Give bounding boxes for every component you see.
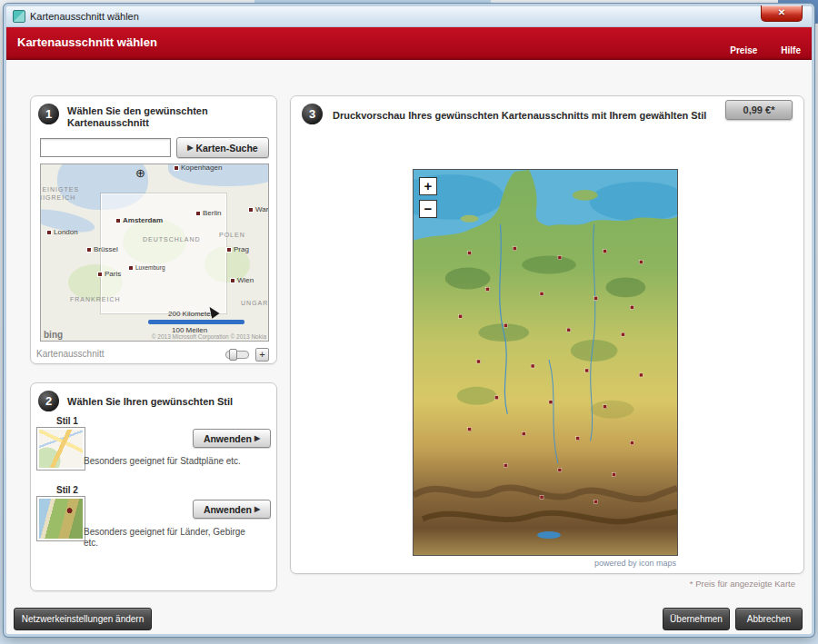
dialog-window: Kartenausschnitt wählen ✕ Kartenausschni… bbox=[4, 4, 814, 637]
powered-by-label: powered by icon maps bbox=[594, 559, 676, 568]
map-scale-bar bbox=[148, 320, 244, 324]
style2-thumbnail[interactable] bbox=[36, 496, 85, 541]
play-arrow-icon: ▶ bbox=[254, 505, 260, 513]
map-app-icon bbox=[13, 10, 25, 23]
minimap-city-label: London bbox=[46, 228, 78, 236]
price-footnote: * Preis für angezeigte Karte bbox=[690, 579, 795, 589]
close-window-button[interactable]: ✕ bbox=[761, 5, 803, 22]
minimap-region-label: DEUTSCHLAND bbox=[143, 236, 201, 243]
apply-button[interactable]: Übernehmen bbox=[663, 608, 730, 630]
step3-panel: 3 Druckvorschau Ihres gewünschten Karten… bbox=[290, 95, 804, 574]
style1-apply-label: Anwenden bbox=[204, 433, 252, 444]
play-arrow-icon: ▶ bbox=[254, 434, 260, 442]
bing-logo: bing bbox=[44, 330, 63, 340]
minimap-city-label: Brüssel bbox=[86, 245, 118, 253]
minimap-city-label: Amsterdam bbox=[115, 216, 163, 224]
link-hilfe[interactable]: Hilfe bbox=[781, 45, 801, 55]
header-nav: Preise Hilfe bbox=[730, 45, 801, 55]
crosshair-icon: ⊕ bbox=[135, 166, 145, 180]
minimap-city-label: Luxemburg bbox=[128, 264, 165, 271]
overview-minimap[interactable]: Kopenhagen VEREINIGTES KÖNIGREICH London… bbox=[40, 163, 269, 342]
minimap-city-label: Paris bbox=[97, 270, 121, 278]
step1-number-badge: 1 bbox=[38, 104, 59, 124]
map-copyright: © 2013 Microsoft Corporation © 2013 Noki… bbox=[152, 333, 266, 340]
step1-title: Wählen Sie den gewünschten Kartenausschn… bbox=[67, 105, 258, 129]
page-title: Kartenausschnitt wählen bbox=[17, 35, 157, 49]
minimap-city-label: Prag bbox=[226, 245, 249, 253]
map-search-button[interactable]: ▶ Karten-Suche bbox=[176, 137, 269, 158]
play-arrow-icon: ▶ bbox=[187, 144, 193, 152]
preview-zoom-in-button[interactable]: + bbox=[419, 177, 437, 195]
price-badge: 0,99 €* bbox=[725, 100, 793, 120]
minimap-footer-label: Kartenausschnitt bbox=[36, 349, 105, 359]
style2-apply-label: Anwenden bbox=[204, 504, 252, 515]
step2-number-badge: 2 bbox=[38, 391, 59, 411]
topographic-map-image bbox=[414, 170, 677, 555]
link-preise[interactable]: Preise bbox=[730, 45, 757, 55]
print-preview-map[interactable]: + − bbox=[413, 169, 678, 556]
minimap-zoom-slider[interactable] bbox=[225, 351, 249, 359]
style1-caption: Besonders geeignet für Stadtpläne etc. bbox=[84, 456, 270, 467]
style1-name: Stil 1 bbox=[56, 416, 78, 426]
style2-caption: Besonders geeignet für Länder, Gebirge e… bbox=[84, 527, 256, 549]
cancel-button[interactable]: Abbrechen bbox=[735, 608, 803, 630]
dialog-header: Kartenausschnitt wählen Preise Hilfe bbox=[6, 27, 812, 60]
style2-apply-button[interactable]: Anwenden ▶ bbox=[193, 500, 271, 519]
minimap-city-label: Wien bbox=[230, 276, 254, 284]
map-search-button-label: Karten-Suche bbox=[195, 143, 257, 154]
minimap-region-label: POLEN bbox=[219, 232, 245, 238]
step2-title: Wählen Sie Ihren gewünschten Stil bbox=[67, 396, 267, 408]
minimap-region-label: UNGARN bbox=[241, 300, 269, 306]
minimap-zoom-in-button[interactable]: + bbox=[255, 348, 269, 362]
minimap-city-label: Kopenhagen bbox=[174, 163, 222, 172]
window-titlebar[interactable]: Kartenausschnitt wählen ✕ bbox=[6, 6, 812, 27]
network-settings-button[interactable]: Netzwerkeinstellungen ändern bbox=[14, 608, 152, 630]
preview-zoom-out-button[interactable]: − bbox=[419, 200, 437, 218]
step3-number-badge: 3 bbox=[302, 104, 323, 124]
minimap-city-label: Warschau bbox=[248, 205, 269, 213]
style1-apply-button[interactable]: Anwenden ▶ bbox=[193, 429, 271, 448]
style2-name: Stil 2 bbox=[56, 485, 78, 495]
style1-thumbnail[interactable] bbox=[36, 427, 85, 471]
step1-panel: 1 Wählen Sie den gewünschten Kartenaussc… bbox=[30, 95, 277, 364]
minimap-region-label: FRANKREICH bbox=[70, 296, 121, 302]
minimap-city-label: Berlin bbox=[195, 209, 221, 217]
minimap-region-label: VEREINIGTES bbox=[40, 186, 79, 193]
window-title: Kartenausschnitt wählen bbox=[30, 11, 139, 22]
map-search-input[interactable] bbox=[40, 138, 171, 157]
street-map-thumbnail-image bbox=[39, 430, 83, 468]
terrain-map-thumbnail-image bbox=[39, 499, 83, 539]
step2-panel: 2 Wählen Sie Ihren gewünschten Stil Stil… bbox=[30, 382, 277, 591]
slider-handle[interactable] bbox=[229, 349, 237, 361]
minimap-region-label: KÖNIGREICH bbox=[40, 194, 75, 201]
step3-title: Druckvorschau Ihres gewünschten Kartenau… bbox=[333, 110, 733, 122]
